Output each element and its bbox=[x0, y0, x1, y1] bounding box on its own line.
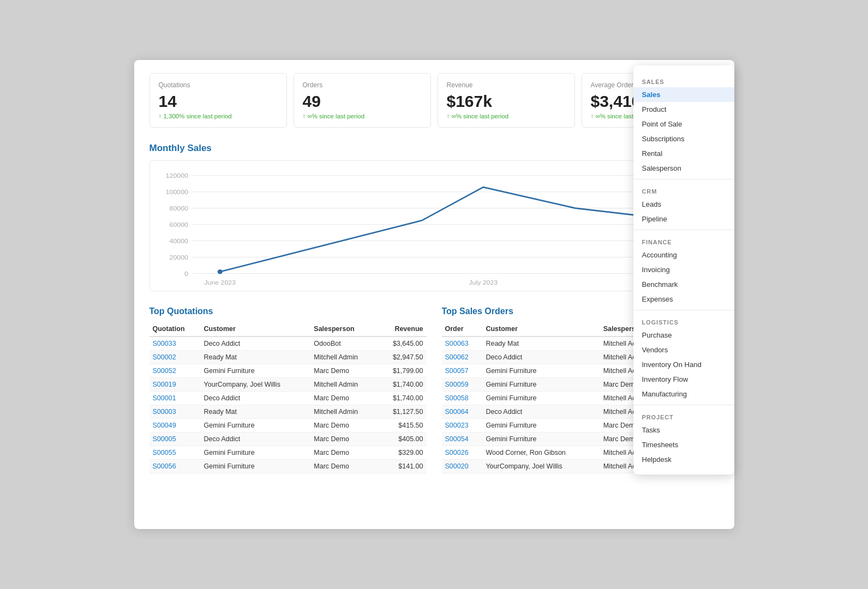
order-link[interactable]: S00026 bbox=[442, 446, 483, 460]
side-panel: SALESSalesProductPoint of SaleSubscripti… bbox=[633, 65, 734, 474]
table-cell: Marc Demo bbox=[310, 460, 378, 473]
side-section-header-2: FINANCE bbox=[633, 233, 734, 248]
table-cell: $405.00 bbox=[378, 432, 427, 446]
sidebar-item-vendors[interactable]: Vendors bbox=[633, 342, 734, 357]
quotation-link[interactable]: S00056 bbox=[149, 460, 201, 473]
side-section-header-0: SALES bbox=[633, 73, 734, 87]
quotation-link[interactable]: S00001 bbox=[149, 392, 201, 405]
table-cell: Gemini Furniture bbox=[482, 378, 600, 392]
sidebar-item-manufacturing[interactable]: Manufacturing bbox=[633, 387, 734, 401]
top-quotations-section: Top Quotations Quotation Customer Salesp… bbox=[149, 306, 427, 473]
svg-text:0: 0 bbox=[184, 270, 188, 278]
sidebar-item-timesheets[interactable]: Timesheets bbox=[633, 437, 734, 452]
sidebar-item-expenses[interactable]: Expenses bbox=[633, 292, 734, 306]
side-section-header-3: LOGISTICS bbox=[633, 314, 734, 328]
sidebar-item-pipeline[interactable]: Pipeline bbox=[633, 212, 734, 226]
col-order: Order bbox=[442, 322, 483, 336]
table-cell: OdooBot bbox=[310, 336, 378, 351]
svg-text:80000: 80000 bbox=[169, 205, 188, 212]
svg-text:June 2023: June 2023 bbox=[204, 279, 236, 286]
order-link[interactable]: S00023 bbox=[442, 419, 483, 432]
order-link[interactable]: S00059 bbox=[442, 378, 483, 392]
quotation-link[interactable]: S00002 bbox=[149, 351, 201, 364]
stat-change-revenue: ↑ ∞% since last period bbox=[447, 113, 566, 119]
stat-card-quotations: Quotations 14 ↑ 1,300% since last period bbox=[149, 73, 287, 128]
table-cell: Deco Addict bbox=[482, 351, 600, 364]
table-cell: Gemini Furniture bbox=[482, 392, 600, 405]
table-cell: $329.00 bbox=[378, 446, 427, 460]
sidebar-item-benchmark[interactable]: Benchmark bbox=[633, 277, 734, 292]
col-salesperson: Salesperson bbox=[310, 322, 378, 336]
table-cell: $1,127.50 bbox=[378, 405, 427, 419]
table-cell: $1,799.00 bbox=[378, 364, 427, 378]
table-row: S00002Ready MatMitchell Admin$2,947.50 bbox=[149, 351, 427, 364]
order-link[interactable]: S00054 bbox=[442, 432, 483, 446]
svg-point-14 bbox=[217, 269, 222, 274]
stat-value-quotations: 14 bbox=[159, 92, 278, 111]
table-cell: Marc Demo bbox=[310, 446, 378, 460]
stat-card-revenue: Revenue $167k ↑ ∞% since last period bbox=[438, 73, 575, 128]
table-cell: Wood Corner, Ron Gibson bbox=[482, 446, 600, 460]
sidebar-item-sales[interactable]: Sales bbox=[633, 87, 734, 102]
top-quotations-title: Top Quotations bbox=[149, 306, 427, 316]
side-section-header-1: CRM bbox=[633, 183, 734, 197]
table-cell: Marc Demo bbox=[310, 419, 378, 432]
order-link[interactable]: S00057 bbox=[442, 364, 483, 378]
table-cell: Marc Demo bbox=[310, 364, 378, 378]
svg-text:100000: 100000 bbox=[165, 188, 188, 196]
quotation-link[interactable]: S00003 bbox=[149, 405, 201, 419]
table-row: S00055Gemini FurnitureMarc Demo$329.00 bbox=[149, 446, 427, 460]
order-link[interactable]: S00063 bbox=[442, 336, 483, 351]
table-cell: Gemini Furniture bbox=[201, 460, 311, 473]
sidebar-item-point-of-sale[interactable]: Point of Sale bbox=[633, 117, 734, 131]
quotation-link[interactable]: S00005 bbox=[149, 432, 201, 446]
col-customer: Customer bbox=[201, 322, 311, 336]
sidebar-item-tasks[interactable]: Tasks bbox=[633, 423, 734, 437]
order-link[interactable]: S00062 bbox=[442, 351, 483, 364]
table-cell: Marc Demo bbox=[310, 432, 378, 446]
table-cell: Gemini Furniture bbox=[201, 364, 311, 378]
sidebar-item-product[interactable]: Product bbox=[633, 102, 734, 117]
table-cell: YourCompany, Joel Willis bbox=[482, 460, 600, 473]
sidebar-item-rental[interactable]: Rental bbox=[633, 146, 734, 161]
stat-card-orders: Orders 49 ↑ ∞% since last period bbox=[294, 73, 431, 128]
sidebar-item-salesperson[interactable]: Salesperson bbox=[633, 161, 734, 176]
quotation-link[interactable]: S00049 bbox=[149, 419, 201, 432]
col-revenue: Revenue bbox=[378, 322, 427, 336]
side-section-header-4: PROJECT bbox=[633, 408, 734, 423]
table-cell: Deco Addict bbox=[201, 392, 311, 405]
order-link[interactable]: S00020 bbox=[442, 460, 483, 473]
svg-text:July 2023: July 2023 bbox=[469, 279, 498, 286]
table-row: S00056Gemini FurnitureMarc Demo$141.00 bbox=[149, 460, 427, 473]
table-cell: Deco Addict bbox=[201, 336, 311, 351]
sidebar-item-inventory-flow[interactable]: Inventory Flow bbox=[633, 372, 734, 387]
sidebar-item-leads[interactable]: Leads bbox=[633, 197, 734, 212]
sidebar-item-subscriptions[interactable]: Subscriptions bbox=[633, 131, 734, 146]
sidebar-item-invoicing[interactable]: Invoicing bbox=[633, 262, 734, 277]
table-cell: $1,740.00 bbox=[378, 392, 427, 405]
stat-change-orders: ↑ ∞% since last period bbox=[303, 113, 422, 119]
order-link[interactable]: S00064 bbox=[442, 405, 483, 419]
quotation-link[interactable]: S00019 bbox=[149, 378, 201, 392]
stat-label-quotations: Quotations bbox=[159, 81, 278, 89]
stat-label-revenue: Revenue bbox=[447, 81, 566, 89]
table-cell: Mitchell Admin bbox=[310, 351, 378, 364]
col-quotation: Quotation bbox=[149, 322, 201, 336]
sidebar-item-accounting[interactable]: Accounting bbox=[633, 248, 734, 262]
sidebar-item-purchase[interactable]: Purchase bbox=[633, 328, 734, 342]
svg-text:120000: 120000 bbox=[165, 172, 188, 179]
table-cell: Gemini Furniture bbox=[201, 419, 311, 432]
side-divider bbox=[633, 230, 734, 230]
sidebar-item-helpdesk[interactable]: Helpdesk bbox=[633, 452, 734, 467]
sidebar-item-inventory-on-hand[interactable]: Inventory On Hand bbox=[633, 357, 734, 372]
quotation-link[interactable]: S00033 bbox=[149, 336, 201, 351]
table-row: S00033Deco AddictOdooBot$3,645.00 bbox=[149, 336, 427, 351]
order-link[interactable]: S00058 bbox=[442, 392, 483, 405]
quotation-link[interactable]: S00052 bbox=[149, 364, 201, 378]
stat-value-orders: 49 bbox=[303, 92, 422, 111]
table-row: S00052Gemini FurnitureMarc Demo$1,799.00 bbox=[149, 364, 427, 378]
side-divider bbox=[633, 179, 734, 179]
table-cell: Gemini Furniture bbox=[482, 419, 600, 432]
top-quotations-table: Quotation Customer Salesperson Revenue S… bbox=[149, 322, 427, 473]
quotation-link[interactable]: S00055 bbox=[149, 446, 201, 460]
